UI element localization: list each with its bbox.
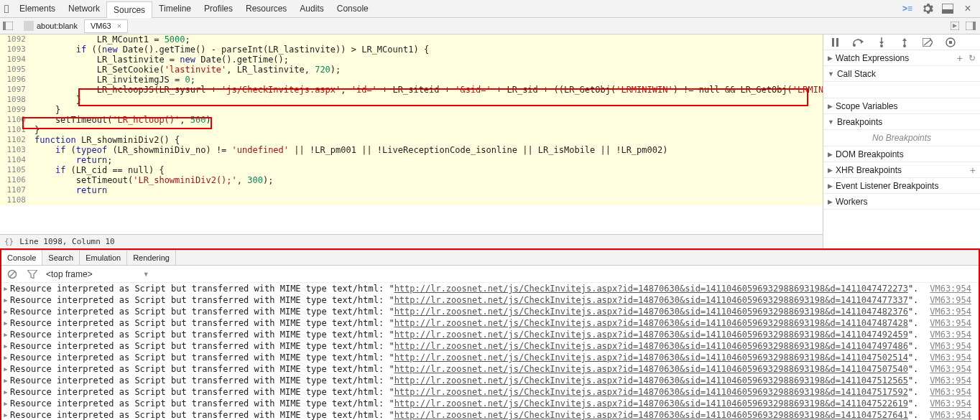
console-message[interactable]: ▶Resource interpreted as Script but tran… — [1, 363, 979, 375]
drawer-tab-search[interactable]: Search — [42, 251, 80, 265]
pane-xhr-breakpoints[interactable]: XHR Breakpoints+ — [823, 162, 980, 178]
deactivate-breakpoints-icon[interactable] — [921, 36, 934, 49]
tab-elements[interactable]: Elements — [13, 1, 62, 17]
debugger-toggle-icon[interactable] — [964, 19, 977, 32]
close-tab-icon[interactable]: × — [117, 22, 121, 30]
drawer-tab-rendering[interactable]: Rendering — [127, 251, 176, 265]
console-message[interactable]: ▶Resource interpreted as Script but tran… — [1, 375, 979, 386]
console-source-link[interactable]: VM63:954 — [923, 329, 979, 340]
pane-workers[interactable]: Workers — [823, 194, 980, 210]
console-url[interactable]: http://lr.zoosnet.net/js/CheckInvitejs.a… — [394, 284, 908, 294]
pause-icon[interactable] — [829, 36, 842, 49]
drawer-tab-console[interactable]: Console — [1, 251, 42, 265]
code-editor[interactable]: 1092109310941095109610971098109911001101… — [0, 34, 823, 248]
console-source-link[interactable]: VM63:954 — [923, 317, 979, 329]
console-drawer-icon[interactable]: >≡ — [901, 2, 914, 15]
console-url[interactable]: http://lr.zoosnet.net/js/CheckInvitejs.a… — [394, 353, 908, 363]
step-over-icon[interactable] — [852, 36, 865, 49]
pane-watch-expressions[interactable]: Watch Expressions+↻ — [823, 50, 980, 66]
filter-icon[interactable] — [26, 268, 39, 281]
console-message[interactable]: ▶Resource interpreted as Script but tran… — [1, 409, 979, 420]
tab-audits[interactable]: Audits — [293, 1, 330, 17]
console-output[interactable]: ▶Resource interpreted as Script but tran… — [1, 283, 979, 420]
svg-point-11 — [903, 45, 906, 47]
tab-sources[interactable]: Sources — [106, 1, 152, 18]
console-url[interactable]: http://lr.zoosnet.net/js/CheckInvitejs.a… — [394, 330, 908, 340]
console-source-link[interactable]: VM63:954 — [923, 375, 979, 386]
console-url[interactable]: http://lr.zoosnet.net/js/CheckInvitejs.a… — [394, 398, 908, 409]
clear-console-icon[interactable] — [6, 268, 19, 281]
debugger-pane: Watch Expressions+↻Call Stack Scope Vari… — [823, 34, 980, 248]
tab-profiles[interactable]: Profiles — [198, 1, 239, 17]
tab-timeline[interactable]: Timeline — [152, 1, 198, 17]
console-source-link[interactable]: VM63:954 — [923, 398, 979, 409]
console-message[interactable]: ▶Resource interpreted as Script but tran… — [1, 398, 979, 409]
console-source-link[interactable]: VM63:954 — [923, 283, 979, 294]
expand-icon[interactable]: ▶ — [1, 329, 10, 340]
console-url[interactable]: http://lr.zoosnet.net/js/CheckInvitejs.a… — [394, 295, 908, 305]
expand-icon[interactable]: ▶ — [1, 386, 10, 398]
console-url[interactable]: http://lr.zoosnet.net/js/CheckInvitejs.a… — [394, 307, 908, 317]
console-message[interactable]: ▶Resource interpreted as Script but tran… — [1, 386, 979, 398]
expand-icon[interactable]: ▶ — [1, 340, 10, 352]
console-url[interactable]: http://lr.zoosnet.net/js/CheckInvitejs.a… — [394, 410, 908, 420]
console-source-link[interactable]: VM63:954 — [923, 352, 979, 363]
console-message[interactable]: ▶Resource interpreted as Script but tran… — [1, 294, 979, 306]
line-gutter: 1092109310941095109610971098109911001101… — [0, 34, 30, 205]
expand-icon[interactable]: ▶ — [1, 398, 10, 409]
expand-icon[interactable]: ▶ — [1, 294, 10, 306]
frame-selector[interactable]: <top frame> ▼ — [46, 269, 149, 279]
expand-icon[interactable]: ▶ — [1, 409, 10, 420]
file-tab-label: VM63 — [91, 22, 111, 30]
console-message[interactable]: ▶Resource interpreted as Script but tran… — [1, 352, 979, 363]
run-snippet-icon[interactable] — [948, 19, 961, 32]
console-source-link[interactable]: VM63:954 — [923, 386, 979, 398]
console-url[interactable]: http://lr.zoosnet.net/js/CheckInvitejs.a… — [394, 387, 908, 397]
pane-event-listener-breakpoints[interactable]: Event Listener Breakpoints — [823, 178, 980, 194]
console-source-link[interactable]: VM63:954 — [923, 294, 979, 306]
console-message[interactable]: ▶Resource interpreted as Script but tran… — [1, 306, 979, 317]
console-source-link[interactable]: VM63:954 — [923, 340, 979, 352]
console-url[interactable]: http://lr.zoosnet.net/js/CheckInvitejs.a… — [394, 341, 908, 351]
navigator-toggle-icon[interactable] — [1, 19, 14, 32]
file-icon — [24, 21, 34, 31]
add-icon[interactable]: + — [957, 52, 963, 64]
console-message[interactable]: ▶Resource interpreted as Script but tran… — [1, 329, 979, 340]
console-source-link[interactable]: VM63:954 — [923, 363, 979, 375]
disclosure-icon — [828, 198, 833, 205]
file-tab-vm63[interactable]: VM63 × — [84, 19, 128, 33]
console-url[interactable]: http://lr.zoosnet.net/js/CheckInvitejs.a… — [394, 318, 908, 328]
expand-icon[interactable]: ▶ — [1, 283, 10, 294]
settings-icon[interactable] — [921, 2, 934, 15]
expand-icon[interactable]: ▶ — [1, 317, 10, 329]
refresh-icon[interactable]: ↻ — [969, 53, 976, 63]
tab-console[interactable]: Console — [330, 1, 375, 17]
dock-icon[interactable] — [941, 2, 954, 15]
pretty-print-icon[interactable]: {} — [4, 237, 14, 246]
console-source-link[interactable]: VM63:954 — [923, 409, 979, 420]
console-message[interactable]: ▶Resource interpreted as Script but tran… — [1, 283, 979, 294]
add-icon[interactable]: + — [970, 164, 976, 176]
pane-breakpoints[interactable]: Breakpoints — [823, 114, 980, 130]
pause-on-exceptions-icon[interactable] — [944, 36, 957, 49]
expand-icon[interactable]: ▶ — [1, 363, 10, 375]
file-tab-aboutblank[interactable]: about:blank — [17, 19, 84, 33]
expand-icon[interactable]: ▶ — [1, 352, 10, 363]
pane-dom-breakpoints[interactable]: DOM Breakpoints — [823, 146, 980, 162]
pane-call-stack[interactable]: Call Stack — [823, 66, 980, 82]
inspect-icon[interactable] — [0, 2, 13, 15]
close-devtools-icon[interactable]: × — [961, 2, 974, 15]
console-message[interactable]: ▶Resource interpreted as Script but tran… — [1, 317, 979, 329]
console-url[interactable]: http://lr.zoosnet.net/js/CheckInvitejs.a… — [394, 375, 908, 386]
console-source-link[interactable]: VM63:954 — [923, 306, 979, 317]
step-out-icon[interactable] — [898, 36, 911, 49]
step-into-icon[interactable] — [875, 36, 888, 49]
console-url[interactable]: http://lr.zoosnet.net/js/CheckInvitejs.a… — [394, 364, 908, 374]
tab-network[interactable]: Network — [62, 1, 106, 17]
console-message[interactable]: ▶Resource interpreted as Script but tran… — [1, 340, 979, 352]
expand-icon[interactable]: ▶ — [1, 375, 10, 386]
tab-resources[interactable]: Resources — [239, 1, 293, 17]
drawer-tab-emulation[interactable]: Emulation — [80, 251, 127, 265]
pane-scope-variables[interactable]: Scope Variables — [823, 98, 980, 114]
expand-icon[interactable]: ▶ — [1, 306, 10, 317]
